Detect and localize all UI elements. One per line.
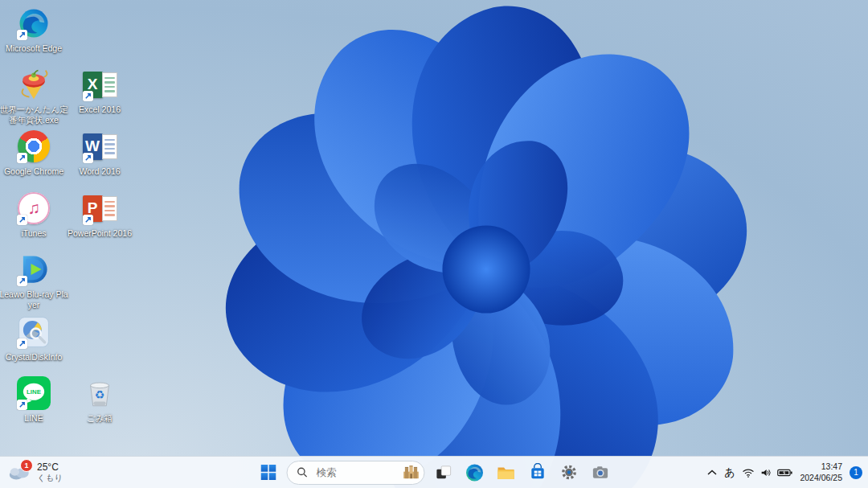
desktop-icon-nengajo-exe[interactable]: 世界一かんたん定番年賀状.exe — [0, 66, 68, 125]
desktop-icon-label: Microsoft Edge — [0, 43, 68, 54]
desktop-icon-label: ごみ箱 — [65, 413, 134, 424]
chevron-up-icon — [707, 470, 717, 476]
line-logo-text: LINE — [27, 388, 41, 396]
recycle-bin-icon: ♻ — [81, 375, 118, 412]
desktop-icon-label: Google Chrome — [0, 166, 68, 177]
desktop-icon-label: CrystalDiskInfo — [0, 352, 68, 363]
hidden-icons-chevron[interactable] — [707, 470, 717, 476]
shortcut-arrow-icon — [17, 153, 27, 163]
desktop-icon-label: Excel 2016 — [65, 105, 134, 115]
desktop-icon-itunes[interactable]: ♫ iTunes — [0, 190, 68, 239]
desktop-icon-powerpoint-2016[interactable]: P PowerPoint 2016 — [65, 190, 134, 239]
recycle-glyph: ♻ — [95, 388, 105, 401]
desktop-icon-label: PowerPoint 2016 — [65, 228, 134, 239]
excel-icon: X — [81, 66, 118, 103]
microsoft-store-button[interactable] — [525, 460, 551, 486]
desktop-icon-word-2016[interactable]: W Word 2016 — [65, 128, 134, 177]
shortcut-arrow-icon — [83, 91, 93, 101]
search-highlight-castle-icon[interactable] — [402, 463, 421, 482]
edge-icon — [465, 463, 485, 482]
itunes-icon: ♫ — [15, 190, 52, 227]
shortcut-arrow-icon — [17, 338, 27, 349]
desktop-icon-excel-2016[interactable]: X Excel 2016 — [65, 66, 134, 115]
quick-settings-area[interactable] — [742, 466, 792, 479]
shortcut-arrow-icon — [83, 153, 93, 163]
cloud-icon: 1 — [7, 463, 31, 482]
desktop-icon-label: Word 2016 — [65, 166, 134, 177]
weather-widget[interactable]: 1 25°C くもり — [7, 457, 63, 488]
start-button[interactable] — [256, 460, 281, 486]
desktop-icon-line[interactable]: LINE LINE — [0, 375, 68, 424]
taskbar-edge-button[interactable] — [462, 460, 488, 486]
folder-icon — [497, 463, 516, 482]
desktop-icon-label: iTunes — [0, 228, 68, 239]
clock-time: 13:47 — [800, 461, 842, 473]
line-icon: LINE — [15, 375, 52, 412]
desktop-icon-crystaldiskinfo[interactable]: CrystalDiskInfo — [0, 314, 68, 363]
search-input[interactable] — [315, 466, 395, 479]
clock[interactable]: 13:47 2024/06/25 — [800, 461, 842, 483]
desktop-icon-label: LINE — [0, 413, 68, 424]
windows-logo-icon — [260, 465, 276, 480]
weather-temperature: 25°C — [37, 461, 63, 473]
desktop-icon-microsoft-edge[interactable]: Microsoft Edge — [0, 5, 68, 54]
desktop-icon-leawo-player[interactable]: Leawo Blu-ray Player — [0, 251, 68, 310]
task-view-button[interactable] — [431, 460, 457, 486]
camera-app-button[interactable] — [588, 460, 613, 486]
gear-icon — [559, 463, 578, 482]
store-icon — [528, 463, 547, 482]
camera-icon — [591, 463, 609, 482]
clock-date: 2024/06/25 — [800, 473, 842, 484]
word-icon: W — [81, 128, 118, 165]
desktop-icon-google-chrome[interactable]: Google Chrome — [0, 128, 68, 177]
edge-icon — [15, 5, 52, 42]
file-explorer-button[interactable] — [493, 460, 519, 486]
leawo-player-icon — [15, 251, 52, 288]
search-icon — [297, 466, 309, 478]
weather-alert-badge: 1 — [20, 459, 33, 472]
shortcut-arrow-icon — [17, 400, 27, 410]
shortcut-arrow-icon — [17, 30, 27, 40]
spinning-top-icon — [15, 66, 52, 103]
music-note-glyph: ♫ — [27, 199, 40, 218]
task-view-icon — [434, 463, 452, 482]
taskbar: 1 25°C くもり — [0, 456, 868, 488]
taskbar-search-box[interactable] — [287, 461, 425, 485]
desktop-icon-label: 世界一かんたん定番年賀状.exe — [0, 105, 68, 125]
shortcut-arrow-icon — [17, 215, 27, 225]
crystaldiskinfo-icon — [15, 314, 52, 351]
speaker-icon — [760, 466, 772, 479]
weather-condition: くもり — [37, 473, 63, 483]
settings-button[interactable] — [556, 460, 582, 486]
powerpoint-icon: P — [81, 190, 118, 227]
desktop-icon-recycle-bin[interactable]: ♻ ごみ箱 — [65, 375, 134, 424]
desktop-icon-label: Leawo Blu-ray Player — [0, 289, 68, 310]
battery-icon — [777, 468, 792, 478]
ime-indicator[interactable]: あ — [724, 465, 735, 480]
shortcut-arrow-icon — [17, 276, 27, 286]
notification-badge[interactable]: 1 — [850, 466, 862, 479]
wifi-icon — [742, 466, 755, 479]
shortcut-arrow-icon — [83, 215, 93, 225]
chrome-icon — [15, 128, 52, 165]
